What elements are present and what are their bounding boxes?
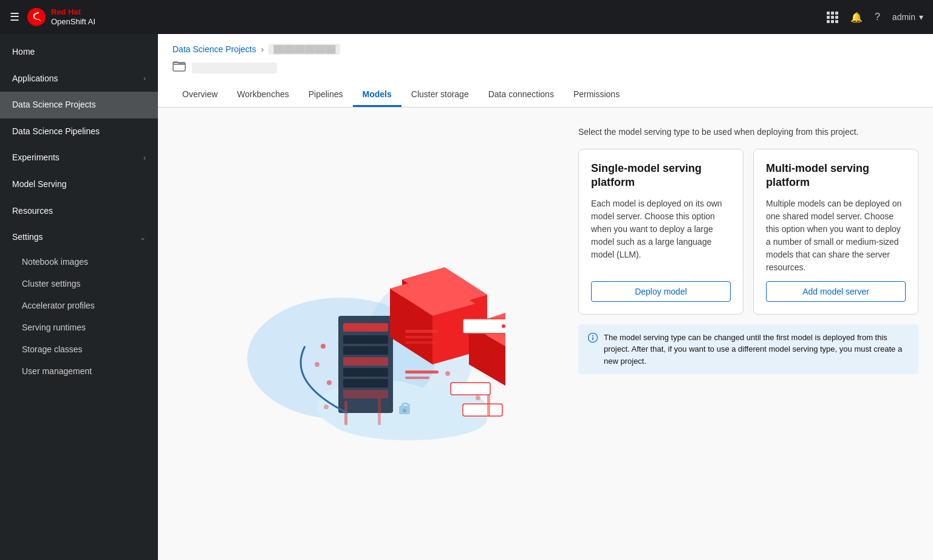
multi-model-description: Multiple models can be deployed on one s… <box>766 197 906 274</box>
svg-rect-17 <box>343 390 388 398</box>
svg-rect-30 <box>405 370 439 374</box>
svg-rect-48 <box>592 337 593 340</box>
svg-point-39 <box>315 362 320 367</box>
svg-point-42 <box>476 395 480 400</box>
sidebar-home-label: Home <box>12 46 146 58</box>
svg-rect-14 <box>343 357 388 366</box>
multi-model-card: Multi-model serving platform Multiple mo… <box>753 149 918 315</box>
info-circle-icon <box>588 332 598 347</box>
sidebar-item-applications[interactable]: Applications › <box>0 66 158 92</box>
breadcrumb-current: ████████████ <box>268 44 340 55</box>
svg-rect-16 <box>343 379 388 388</box>
deploy-model-button[interactable]: Deploy model <box>591 281 731 302</box>
svg-rect-27 <box>405 330 439 333</box>
tab-permissions[interactable]: Permissions <box>564 83 629 107</box>
svg-rect-29 <box>405 341 439 344</box>
settings-chevron-icon: ⌄ <box>140 233 146 243</box>
add-model-server-button[interactable]: Add model server <box>766 281 906 302</box>
breadcrumb-dsp-link[interactable]: Data Science Projects <box>173 44 256 54</box>
illustration-area <box>173 122 559 545</box>
serving-type-prompt: Select the model serving type to be used… <box>578 127 918 137</box>
svg-rect-37 <box>463 404 502 416</box>
sidebar-item-resources[interactable]: Resources <box>0 198 158 225</box>
svg-rect-11 <box>343 323 388 332</box>
main-content: Data Science Projects › ████████████ Ove… <box>158 34 933 560</box>
brand-redhat-text: Red Hat <box>51 7 95 17</box>
svg-rect-36 <box>451 383 490 395</box>
tab-workbenches[interactable]: Workbenches <box>227 83 298 107</box>
svg-point-38 <box>321 344 326 349</box>
breadcrumb-area: Data Science Projects › ████████████ Ove… <box>158 34 933 108</box>
sidebar-item-model-serving[interactable]: Model Serving <box>0 171 158 198</box>
notification-bell-icon[interactable]: 🔔 <box>850 12 863 23</box>
info-banner: The model serving type can be changed un… <box>578 324 918 375</box>
sidebar-settings-label: Settings <box>12 231 140 244</box>
brand-logo-area: Red Hat OpenShift AI <box>27 7 95 27</box>
sidebar-dsp-label: Data Science Projects <box>12 99 146 111</box>
sidebar-sub-cluster-settings[interactable]: Cluster settings <box>0 273 158 295</box>
svg-rect-15 <box>343 368 388 377</box>
user-chevron-icon: ▾ <box>919 12 923 22</box>
single-model-card: Single-model serving platform Each model… <box>578 149 743 315</box>
sidebar-sub-serving-runtimes[interactable]: Serving runtimes <box>0 316 158 338</box>
info-banner-text: The model serving type can be changed un… <box>604 332 909 367</box>
breadcrumb: Data Science Projects › ████████████ <box>173 44 918 55</box>
help-icon[interactable]: ? <box>875 12 880 22</box>
brand-product-text: OpenShift AI <box>51 17 95 27</box>
username-label: admin <box>892 12 915 22</box>
models-illustration-icon <box>226 225 505 443</box>
sidebar: Home Applications › Data Science Project… <box>0 34 158 560</box>
settings-submenu: Notebook images Cluster settings Acceler… <box>0 251 158 382</box>
sidebar-sub-notebook-images[interactable]: Notebook images <box>0 251 158 273</box>
apps-grid-icon[interactable] <box>827 12 838 23</box>
svg-point-43 <box>324 405 329 409</box>
sidebar-pipelines-label: Data Science Pipelines <box>12 126 146 138</box>
svg-rect-46 <box>487 395 490 416</box>
experiments-chevron-icon: › <box>143 153 146 163</box>
sidebar-model-serving-label: Model Serving <box>12 179 146 191</box>
svg-point-41 <box>445 371 450 376</box>
sidebar-resources-label: Resources <box>12 205 146 217</box>
models-content-area: Select the model serving type to be used… <box>158 108 933 560</box>
svg-point-9 <box>403 409 406 412</box>
svg-rect-32 <box>463 319 505 333</box>
breadcrumb-separator-icon: › <box>261 44 264 54</box>
single-model-title: Single-model serving platform <box>591 162 731 190</box>
svg-rect-28 <box>405 336 432 338</box>
svg-point-40 <box>327 380 332 385</box>
svg-point-35 <box>502 324 505 328</box>
tab-pipelines[interactable]: Pipelines <box>299 83 353 107</box>
sidebar-item-data-science-projects[interactable]: Data Science Projects <box>0 92 158 118</box>
sidebar-item-pipelines[interactable]: Data Science Pipelines <box>0 118 158 145</box>
tab-data-connections[interactable]: Data connections <box>479 83 564 107</box>
sidebar-sub-storage-classes[interactable]: Storage classes <box>0 338 158 360</box>
sidebar-item-settings[interactable]: Settings ⌄ <box>0 224 158 251</box>
tab-models[interactable]: Models <box>353 83 402 107</box>
svg-rect-31 <box>405 377 429 379</box>
sidebar-applications-label: Applications <box>12 73 143 85</box>
hamburger-menu[interactable]: ☰ <box>10 10 19 24</box>
svg-rect-13 <box>343 346 388 355</box>
serving-cards-container: Single-model serving platform Each model… <box>578 149 918 315</box>
sidebar-sub-accelerator-profiles[interactable]: Accelerator profiles <box>0 295 158 316</box>
single-model-description: Each model is deployed on its own model … <box>591 197 731 274</box>
tab-cluster-storage[interactable]: Cluster storage <box>402 83 479 107</box>
user-menu[interactable]: admin ▾ <box>892 12 923 22</box>
redhat-logo-icon <box>27 7 46 27</box>
tab-overview[interactable]: Overview <box>173 83 227 107</box>
svg-rect-45 <box>378 398 381 425</box>
project-name <box>192 63 277 73</box>
right-panel: Select the model serving type to be used… <box>578 122 918 545</box>
svg-point-49 <box>592 335 593 336</box>
sidebar-experiments-label: Experiments <box>12 152 143 164</box>
sidebar-item-home[interactable]: Home <box>0 39 158 66</box>
tabs-bar: Overview Workbenches Pipelines Models Cl… <box>173 83 918 107</box>
svg-rect-1 <box>173 63 185 71</box>
project-header <box>173 60 918 76</box>
project-folder-icon <box>173 60 186 76</box>
sidebar-sub-user-management[interactable]: User management <box>0 360 158 382</box>
svg-rect-12 <box>343 335 388 344</box>
topbar: ☰ Red Hat OpenShift AI 🔔 ? admin ▾ <box>0 0 933 34</box>
sidebar-item-experiments[interactable]: Experiments › <box>0 145 158 171</box>
svg-point-0 <box>27 8 46 26</box>
